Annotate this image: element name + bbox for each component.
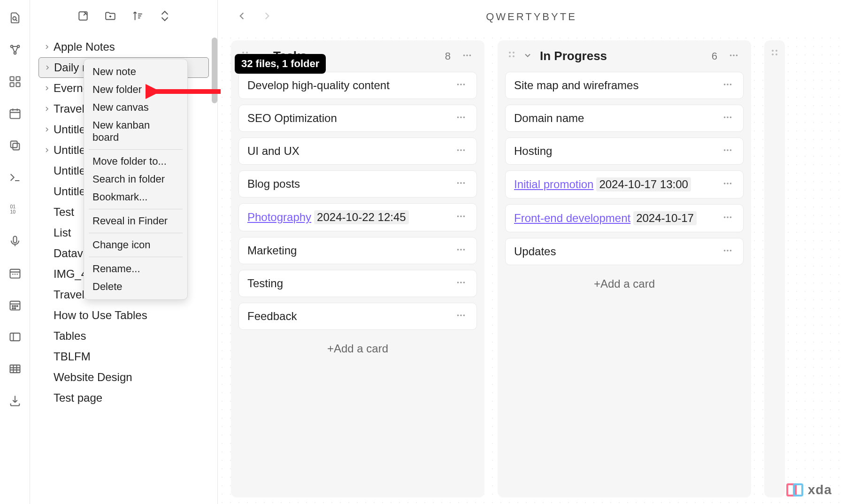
menu-item[interactable]: Reveal in Finder xyxy=(84,212,187,230)
month-icon[interactable] xyxy=(8,298,22,313)
column-menu-icon[interactable] xyxy=(729,50,741,62)
chevron-right-icon[interactable] xyxy=(43,126,54,133)
card-menu-icon[interactable] xyxy=(456,310,468,322)
drag-grip-icon[interactable] xyxy=(771,49,778,60)
mic-icon[interactable] xyxy=(8,235,22,250)
kanban-card[interactable]: Domain name xyxy=(505,105,744,132)
menu-item[interactable]: Move folder to... xyxy=(84,153,187,170)
card-text: SEO Optimization xyxy=(247,112,451,125)
chevron-right-icon[interactable] xyxy=(43,84,54,92)
download-icon[interactable] xyxy=(8,394,22,409)
watermark: xda xyxy=(786,482,832,497)
svg-rect-10 xyxy=(10,141,17,148)
kanban-card[interactable]: Marketing xyxy=(238,237,477,264)
column-count: 8 xyxy=(445,50,451,62)
kanban-card[interactable]: Updates xyxy=(505,238,744,265)
copy-icon[interactable] xyxy=(8,139,22,154)
tree-item-label: Tables xyxy=(54,329,86,343)
nav-forward-icon[interactable] xyxy=(261,10,273,24)
card-text: Develop high-quality content xyxy=(247,79,451,92)
card-link[interactable]: Initial promotion xyxy=(514,178,593,191)
card-menu-icon[interactable] xyxy=(456,244,468,257)
folder-tooltip: 32 files, 1 folder xyxy=(235,54,326,74)
card-text: Feedback xyxy=(247,310,451,323)
svg-point-32 xyxy=(460,84,462,85)
new-note-icon[interactable] xyxy=(77,10,89,24)
card-menu-icon[interactable] xyxy=(456,112,468,124)
card-menu-icon[interactable] xyxy=(456,277,468,290)
kanban-card[interactable]: Hosting xyxy=(505,137,744,165)
card-link[interactable]: Photography xyxy=(247,211,311,224)
kanban-card[interactable]: Blog posts xyxy=(238,170,477,198)
table-icon[interactable] xyxy=(8,362,22,377)
kanban-card[interactable]: Initial promotion2024-10-17 13:00 xyxy=(505,170,744,199)
tree-item[interactable]: Test page xyxy=(38,388,209,408)
card-menu-icon[interactable] xyxy=(722,245,735,258)
schedule-icon[interactable] xyxy=(8,267,22,282)
svg-point-65 xyxy=(724,116,726,118)
card-menu-icon[interactable] xyxy=(456,145,468,157)
add-card-button[interactable]: +Add a card xyxy=(505,271,744,293)
tree-item[interactable]: Tables xyxy=(38,326,209,346)
file-search-icon[interactable] xyxy=(8,11,22,26)
svg-point-36 xyxy=(463,116,465,118)
topbar: QWERTYBYTE xyxy=(218,0,845,34)
chevron-right-icon[interactable] xyxy=(43,146,54,154)
kanban-card[interactable]: Front-end development2024-10-17 xyxy=(505,204,744,232)
sort-icon[interactable] xyxy=(131,10,144,24)
terminal-icon[interactable] xyxy=(8,171,22,186)
calendar-icon[interactable] xyxy=(8,107,22,122)
tree-item[interactable]: TBLFM xyxy=(38,346,209,367)
card-menu-icon[interactable] xyxy=(456,79,468,92)
menu-item[interactable]: Delete xyxy=(84,278,187,296)
svg-point-46 xyxy=(457,249,459,251)
card-menu-icon[interactable] xyxy=(722,212,735,224)
tree-item[interactable]: How to Use Tables xyxy=(38,305,209,326)
menu-item[interactable]: Search in folder xyxy=(84,170,187,188)
nav-back-icon[interactable] xyxy=(236,10,248,24)
menu-item[interactable]: New kanban board xyxy=(84,116,187,146)
new-folder-icon[interactable] xyxy=(104,10,116,24)
svg-point-51 xyxy=(463,282,465,283)
card-menu-icon[interactable] xyxy=(722,79,735,92)
binary-icon[interactable]: 0110 xyxy=(8,203,22,218)
svg-point-18 xyxy=(16,305,17,306)
svg-point-58 xyxy=(513,55,515,57)
svg-point-71 xyxy=(724,183,726,184)
kanban-card[interactable]: Photography2024-10-22 12:45 xyxy=(238,203,477,231)
kanban-card[interactable]: Site map and wireframes xyxy=(505,72,744,99)
grid-icon[interactable] xyxy=(8,75,22,90)
menu-item[interactable]: Bookmark... xyxy=(84,188,187,206)
chevron-right-icon[interactable] xyxy=(43,43,54,51)
kanban-card[interactable]: UI and UX xyxy=(238,137,477,165)
card-menu-icon[interactable] xyxy=(722,112,735,124)
column-title: In Progress xyxy=(540,49,705,63)
card-menu-icon[interactable] xyxy=(456,211,468,223)
panel-icon[interactable] xyxy=(8,330,22,345)
card-menu-icon[interactable] xyxy=(722,145,735,157)
column-menu-icon[interactable] xyxy=(462,50,474,62)
kanban-card[interactable]: Feedback xyxy=(238,303,477,330)
svg-point-82 xyxy=(772,53,774,55)
chevron-right-icon[interactable] xyxy=(43,105,54,113)
chevron-right-icon[interactable] xyxy=(44,64,54,71)
tree-item[interactable]: Apple Notes xyxy=(38,37,209,57)
add-card-button[interactable]: +Add a card xyxy=(238,336,477,358)
kanban-card[interactable]: Testing xyxy=(238,270,477,297)
collapse-icon[interactable] xyxy=(159,10,171,24)
card-menu-icon[interactable] xyxy=(456,178,468,190)
kanban-card[interactable]: Develop high-quality content xyxy=(238,72,477,99)
svg-rect-21 xyxy=(10,333,20,341)
card-menu-icon[interactable] xyxy=(722,178,735,191)
kanban-card[interactable]: SEO Optimization xyxy=(238,105,477,132)
menu-item[interactable]: New note xyxy=(84,63,187,81)
svg-rect-22 xyxy=(10,365,20,373)
graph-icon[interactable] xyxy=(8,43,22,58)
drag-grip-icon[interactable] xyxy=(508,51,516,62)
menu-item[interactable]: Change icon xyxy=(84,236,187,254)
card-link[interactable]: Front-end development xyxy=(514,212,630,225)
svg-rect-7 xyxy=(16,83,20,86)
chevron-down-icon[interactable] xyxy=(523,51,533,62)
menu-item[interactable]: Rename... xyxy=(84,260,187,278)
tree-item[interactable]: Website Design xyxy=(38,367,209,388)
